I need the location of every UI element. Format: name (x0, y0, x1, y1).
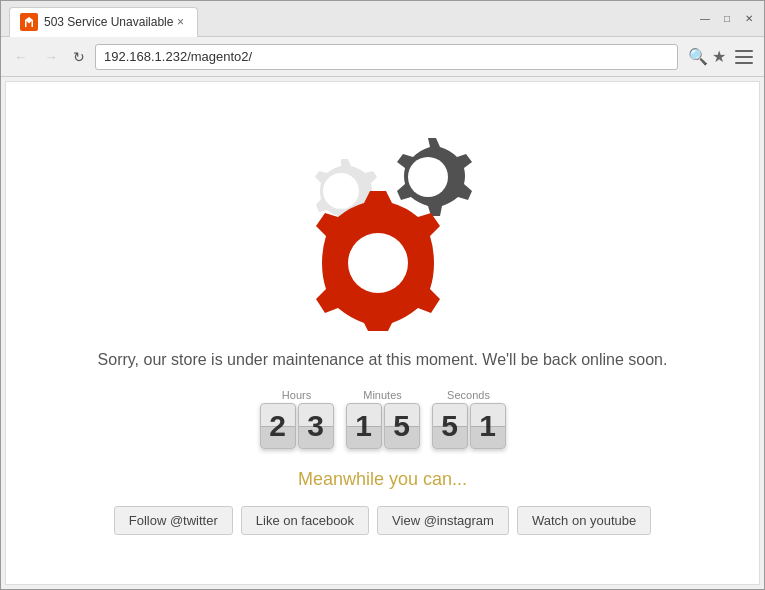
url-bar[interactable]: 192.168.1.232/magento2/ (95, 44, 678, 70)
page-content: Sorry, our store is under maintenance at… (5, 81, 760, 585)
view-instagram-button[interactable]: View @instagram (377, 506, 509, 535)
browser-tab[interactable]: 503 Service Unavailable × (9, 7, 198, 37)
gears-illustration (273, 131, 493, 331)
maximize-button[interactable]: □ (720, 12, 734, 26)
search-icon[interactable]: 🔍 (688, 47, 708, 66)
svg-point-1 (323, 173, 359, 209)
svg-point-3 (348, 233, 408, 293)
watch-youtube-button[interactable]: Watch on youtube (517, 506, 651, 535)
bookmark-icon[interactable]: ★ (712, 47, 726, 66)
meanwhile-text: Meanwhile you can... (298, 469, 467, 490)
svg-point-2 (408, 157, 448, 197)
minutes-digit-2: 5 (384, 403, 420, 449)
menu-line (735, 62, 753, 64)
like-facebook-button[interactable]: Like on facebook (241, 506, 369, 535)
seconds-label: Seconds (447, 389, 490, 401)
seconds-digit-1: 5 (432, 403, 468, 449)
hours-digit-2: 3 (298, 403, 334, 449)
back-button[interactable]: ← (9, 45, 33, 69)
address-icons: 🔍 ★ (688, 47, 726, 66)
minutes-label: Minutes (363, 389, 402, 401)
seconds-digit-2: 1 (470, 403, 506, 449)
window-controls: — □ ✕ (698, 12, 756, 26)
tab-close-button[interactable]: × (173, 15, 187, 29)
tab-favicon (20, 13, 38, 31)
content-inner: Sorry, our store is under maintenance at… (6, 111, 759, 555)
browser-window: 503 Service Unavailable × — □ ✕ ← → ↻ 19… (0, 0, 765, 590)
hours-label: Hours (282, 389, 311, 401)
minutes-digits: 1 5 (346, 403, 420, 449)
countdown-timer: Hours 2 3 Minutes 1 5 Seconds (260, 389, 506, 449)
tab-title: 503 Service Unavailable (44, 15, 173, 29)
follow-twitter-button[interactable]: Follow @twitter (114, 506, 233, 535)
address-bar: ← → ↻ 192.168.1.232/magento2/ 🔍 ★ (1, 37, 764, 77)
forward-button[interactable]: → (39, 45, 63, 69)
close-button[interactable]: ✕ (742, 12, 756, 26)
hours-digit-1: 2 (260, 403, 296, 449)
maintenance-message: Sorry, our store is under maintenance at… (98, 351, 668, 369)
seconds-digits: 5 1 (432, 403, 506, 449)
browser-menu-button[interactable] (732, 45, 756, 69)
menu-line (735, 50, 753, 52)
minimize-button[interactable]: — (698, 12, 712, 26)
seconds-unit: Seconds 5 1 (432, 389, 506, 449)
reload-button[interactable]: ↻ (69, 47, 89, 67)
url-text: 192.168.1.232/magento2/ (104, 49, 669, 64)
minutes-digit-1: 1 (346, 403, 382, 449)
social-buttons: Follow @twitter Like on facebook View @i… (114, 506, 652, 535)
hours-digits: 2 3 (260, 403, 334, 449)
minutes-unit: Minutes 1 5 (346, 389, 420, 449)
gears-svg (273, 131, 493, 331)
hours-unit: Hours 2 3 (260, 389, 334, 449)
menu-line (735, 56, 753, 58)
title-bar: 503 Service Unavailable × — □ ✕ (1, 1, 764, 37)
